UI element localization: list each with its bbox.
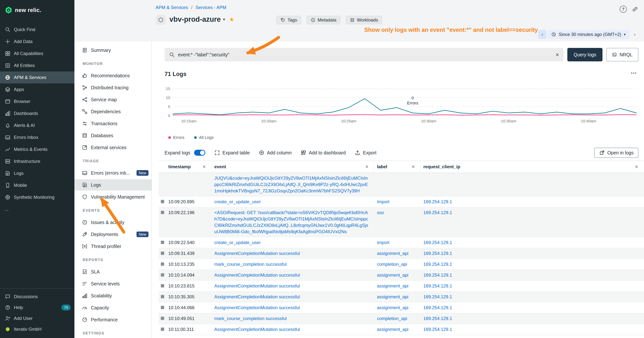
label-link[interactable]: import xyxy=(377,199,390,204)
sidebar-item-logs[interactable]: Logs xyxy=(0,167,74,179)
nav-item-dependencies[interactable]: Dependencies xyxy=(74,106,152,117)
sidebar-item-synthetic-monitoring[interactable]: Synthetic Monitoring xyxy=(0,191,74,203)
table-row[interactable]: 10:10:13.235mark_course_completion succe… xyxy=(158,259,644,270)
nav-item-vulnerability-management[interactable]: Vulnerability Management xyxy=(74,191,152,202)
row-marker-icon[interactable] xyxy=(161,273,164,277)
time-forward-button[interactable]: › xyxy=(630,30,639,39)
query-logs-button[interactable]: Query logs xyxy=(567,48,602,61)
event-link[interactable]: AssignmentCompletionMutation successful xyxy=(214,327,300,332)
column-header-request-client-ip[interactable]: request_client_ip× xyxy=(420,161,644,173)
title-chevron-down-icon[interactable]: ▾ xyxy=(223,17,225,22)
label-link[interactable]: assignment_api xyxy=(377,251,408,256)
row-marker-icon[interactable] xyxy=(161,284,164,287)
row-marker-icon[interactable] xyxy=(161,327,164,331)
sidebar-item-all-capabilities[interactable]: All Capabilities xyxy=(0,48,74,60)
nav-item-performance[interactable]: Performance xyxy=(74,314,152,325)
nav-item-transactions[interactable]: Transactions xyxy=(74,118,152,129)
nav-item-summary[interactable]: Summary xyxy=(74,45,152,56)
legend-item-errors[interactable]: Errors xyxy=(168,135,184,140)
time-back-button[interactable]: ‹ xyxy=(538,30,546,39)
sidebar-item-browser[interactable]: Browser xyxy=(0,96,74,107)
sidebar-item-quick-find[interactable]: Quick Find xyxy=(0,24,74,36)
ip-link[interactable]: 169.254.129.1 xyxy=(423,316,452,321)
remove-column-icon[interactable]: × xyxy=(635,164,638,169)
row-marker-icon[interactable] xyxy=(161,241,164,244)
add-to-dashboard-button[interactable]: Add to dashboard xyxy=(301,150,346,156)
column-header-label[interactable]: label× xyxy=(374,161,420,173)
logs-query-input[interactable] xyxy=(178,52,552,58)
ip-link[interactable]: 169.254.129.1 xyxy=(423,305,452,310)
expand-logs-toggle[interactable] xyxy=(194,150,205,156)
open-in-logs-button[interactable]: Open in logs xyxy=(594,148,638,158)
ip-link[interactable]: 169.254.129.1 xyxy=(423,327,452,332)
label-link[interactable]: assignment_api xyxy=(377,283,408,288)
row-marker-icon[interactable] xyxy=(161,200,164,203)
nav-item-thread-profiler[interactable]: Thread profiler xyxy=(74,241,152,252)
label-link[interactable]: assignment_api xyxy=(377,305,408,310)
nav-item-recommendations[interactable]: Recommendations xyxy=(74,70,152,81)
ip-link[interactable]: 169.254.129.1 xyxy=(423,210,452,215)
nav-item-logs[interactable]: Logs xyxy=(74,179,152,191)
table-row[interactable]: 10:09:31.439AssignmentCompletionMutation… xyxy=(158,248,644,259)
sidebar-item-more[interactable]: ... xyxy=(0,203,74,215)
ip-link[interactable]: 169.254.129.1 xyxy=(423,240,452,245)
sidebar-item-add-data[interactable]: Add Data xyxy=(0,36,74,48)
event-link[interactable]: create_or_update_user xyxy=(214,240,261,245)
label-link[interactable]: completion_api xyxy=(377,316,407,321)
row-marker-icon[interactable] xyxy=(161,317,164,320)
event-link[interactable]: mark_course_completion successful xyxy=(214,316,287,321)
column-header-event[interactable]: event× xyxy=(211,161,374,173)
event-link[interactable]: AssignmentCompletionMutation successful xyxy=(214,305,300,310)
row-marker-icon[interactable] xyxy=(161,251,164,255)
label-link[interactable]: import xyxy=(377,240,390,245)
sidebar-item-iterativ-gmbh[interactable]: Iterativ GmbH xyxy=(0,324,74,335)
ip-link[interactable]: 169.254.129.1 xyxy=(423,294,452,299)
table-row[interactable]: 10:10:49.051mark_course_completion succe… xyxy=(158,313,644,324)
row-marker-icon[interactable] xyxy=(161,262,164,266)
expand-table-button[interactable]: Expand table xyxy=(214,150,250,156)
table-row[interactable]: 10:10:23.815AssignmentCompletionMutation… xyxy=(158,281,644,291)
sidebar-item-infrastructure[interactable]: Infrastructure xyxy=(0,155,74,167)
ip-link[interactable]: 169.254.129.1 xyxy=(423,199,452,204)
table-row[interactable]: 10:10:14.094AssignmentCompletionMutation… xyxy=(158,270,644,281)
table-row[interactable]: 10:11:00.311AssignmentCompletionMutation… xyxy=(158,324,644,335)
breadcrumb-apm-services[interactable]: APM & Services xyxy=(156,5,188,10)
nav-item-databases[interactable]: Databases xyxy=(74,130,152,141)
more-menu-icon[interactable]: … xyxy=(630,68,637,75)
table-row[interactable]: JUQVU&code=eyJraWQiOiJjcGltY29yZV8wOTl1M… xyxy=(158,173,644,196)
event-link[interactable]: AssignmentCompletionMutation successful xyxy=(214,272,300,277)
sidebar-item-alerts-ai[interactable]: Alerts & AI xyxy=(0,119,74,131)
nav-item-sla[interactable]: SLA xyxy=(74,266,152,277)
ip-link[interactable]: 169.254.129.1 xyxy=(423,272,452,277)
breadcrumb-services-apm[interactable]: Services - APM xyxy=(196,5,226,10)
label-link[interactable]: assignment_api xyxy=(377,272,408,277)
label-link[interactable]: sso xyxy=(377,210,384,215)
row-marker-icon[interactable] xyxy=(161,306,164,309)
table-row[interactable]: 10:10:44.066AssignmentCompletionMutation… xyxy=(158,302,644,313)
sidebar-item-all-entities[interactable]: All Entities xyxy=(0,60,74,72)
sidebar-item-mobile[interactable]: Mobile xyxy=(0,179,74,191)
table-row[interactable]: 10:09:20.895create_or_update_userimport1… xyxy=(158,196,644,207)
tags-button[interactable]: Tags xyxy=(276,16,301,24)
event-link[interactable]: AssignmentCompletionMutation successful xyxy=(214,294,300,299)
nav-item-external-services[interactable]: External services xyxy=(74,142,152,153)
column-header-timestamp[interactable]: timestamp× xyxy=(158,161,211,173)
sidebar-item-metrics-events[interactable]: Metrics & Events xyxy=(0,143,74,155)
export-button[interactable]: Export xyxy=(355,150,376,156)
event-link[interactable]: JUQVU&code=eyJraWQiOiJjcGltY29yZV8wOTl1M… xyxy=(214,176,368,193)
sidebar-item-dashboards[interactable]: Dashboards xyxy=(0,107,74,119)
nav-item-scalability[interactable]: Scalability xyxy=(74,290,152,301)
nav-item-issues-activity[interactable]: Issues & activity xyxy=(74,217,152,228)
event-link[interactable]: <ASGIRequest: GET '/sso/callback/?state=… xyxy=(214,210,368,234)
event-link[interactable]: mark_course_completion successful xyxy=(214,262,287,267)
event-link[interactable]: create_or_update_user xyxy=(214,199,261,204)
ip-link[interactable]: 169.254.129.1 xyxy=(423,262,452,267)
metadata-button[interactable]: Metadata xyxy=(306,16,340,24)
event-link[interactable]: AssignmentCompletionMutation successful xyxy=(214,283,300,288)
page-title[interactable]: vbv-prod-azure xyxy=(170,15,221,24)
sidebar-item-help[interactable]: Help70 xyxy=(0,302,74,313)
sidebar-item-errors-inbox[interactable]: Errors Inbox xyxy=(0,131,74,143)
row-marker-icon[interactable] xyxy=(161,295,164,298)
nav-item-service-map[interactable]: Service map xyxy=(74,94,152,105)
label-link[interactable]: assignment_api xyxy=(377,294,408,299)
